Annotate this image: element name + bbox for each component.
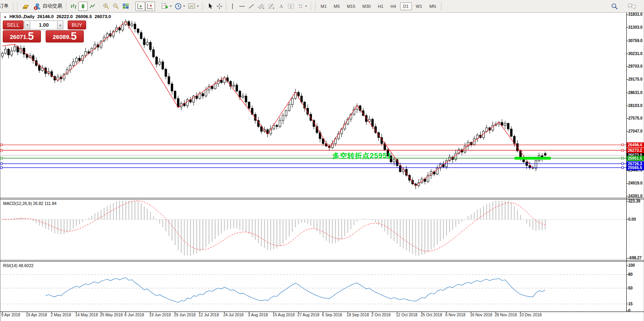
candle-body — [72, 62, 74, 65]
timeframe-m1[interactable]: M1 — [317, 2, 330, 10]
timeframe-w1[interactable]: W1 — [413, 2, 426, 10]
chart-shift-button[interactable] — [145, 2, 155, 11]
macd-label: MACD(12,26,9) 26.82 111.84 — [3, 201, 57, 206]
timeframe-m5[interactable]: M5 — [330, 2, 343, 10]
macd-tick-label: -698.27 — [628, 256, 642, 260]
dropdown-caret[interactable]: ▾ — [183, 4, 185, 8]
trendline-tool[interactable] — [247, 2, 256, 11]
resistance-line-1[interactable] — [0, 144, 626, 146]
zoom-in-button[interactable] — [101, 2, 111, 11]
line-handle[interactable] — [622, 149, 624, 151]
chat-icon — [627, 3, 636, 10]
buy-price-button[interactable]: 26089.5 — [46, 30, 84, 42]
rsi-label: RSI(14) 48.6022 — [3, 263, 33, 268]
support-line-1[interactable] — [0, 163, 626, 165]
toolbar-separator — [441, 2, 441, 11]
vertical-line-tool[interactable] — [228, 2, 237, 11]
timeframe-h4[interactable]: H4 — [388, 2, 399, 10]
candle-body — [248, 102, 250, 109]
line-handle[interactable] — [0, 163, 2, 165]
line-handle[interactable] — [0, 167, 2, 169]
volume-input[interactable] — [30, 20, 57, 30]
chart-title: ▲ HK50-,Daily 26146.0 26222.0 26006.5 26… — [4, 14, 111, 19]
candle-body — [544, 153, 546, 155]
line-handle[interactable] — [622, 144, 624, 146]
toolbar-grip[interactable] — [310, 2, 312, 10]
cursor-button[interactable] — [205, 2, 215, 11]
candle-body — [236, 85, 238, 91]
buy-button[interactable]: BUY — [68, 20, 86, 30]
sell-price-button[interactable]: 26071.5 — [3, 30, 41, 42]
pivot-annotation-text[interactable]: 多空转折点25951 — [332, 151, 391, 160]
candle-body — [156, 57, 158, 65]
toolbar-grip[interactable] — [17, 2, 18, 10]
chat-button[interactable] — [626, 2, 638, 11]
timeframe-group: M1M5M15M30H1H4D1W1MN — [317, 2, 439, 10]
candle-body — [288, 105, 290, 111]
candle-body — [140, 33, 142, 39]
toolbar-separator — [315, 2, 316, 11]
bar-chart-button[interactable] — [69, 2, 78, 11]
new-order-button[interactable]: 订单 — [0, 2, 11, 11]
arrows-tool[interactable]: ▾ — [296, 2, 308, 11]
horizontal-line-tool[interactable] — [237, 2, 247, 11]
candle-body — [153, 50, 155, 57]
search-button[interactable] — [609, 2, 620, 11]
collapse-panel-icon[interactable]: ▲ — [4, 15, 7, 18]
macd-name: MACD(12,26,9) — [3, 201, 32, 206]
text-tool[interactable]: A — [277, 2, 286, 11]
fibonacci-tool[interactable]: F — [266, 2, 277, 11]
auto-scroll-icon — [137, 3, 144, 9]
dropdown-caret[interactable]: ▾ — [197, 4, 199, 8]
timeframe-d1[interactable]: D1 — [400, 2, 412, 10]
line-handle[interactable] — [622, 157, 624, 159]
tile-windows-button[interactable] — [121, 2, 131, 11]
resistance-line-2[interactable] — [0, 149, 626, 151]
crosshair-button[interactable] — [215, 2, 224, 11]
date-tick-label: 25 Oct 2018 — [421, 313, 442, 317]
volume-decrease-button[interactable]: ▼ — [24, 20, 31, 30]
toolbar-grip[interactable] — [202, 2, 204, 10]
indicators-button[interactable]: ▾ — [160, 2, 173, 11]
line-handle[interactable] — [622, 163, 624, 165]
chart-area[interactable] — [0, 0, 644, 321]
line-handle[interactable] — [622, 167, 624, 169]
indicators-icon — [161, 3, 168, 9]
timeframe-m30[interactable]: M30 — [359, 2, 374, 10]
candle-body — [159, 62, 161, 64]
equidistant-channel-tool[interactable]: E — [256, 2, 266, 11]
candle-body — [85, 52, 87, 56]
line-handle[interactable] — [0, 144, 2, 146]
templates-button[interactable]: ▾ — [186, 2, 200, 11]
crosshair-icon — [216, 3, 223, 9]
dropdown-caret[interactable]: ▾ — [305, 4, 307, 8]
line-chart-button[interactable] — [88, 2, 97, 11]
line-handle[interactable] — [0, 157, 2, 159]
timeframe-h1[interactable]: H1 — [375, 2, 386, 10]
dropdown-caret[interactable]: ▾ — [170, 4, 172, 8]
text-label-tool[interactable]: T — [286, 2, 296, 11]
line-handle[interactable] — [0, 149, 2, 151]
sell-button[interactable]: SELL — [3, 20, 24, 30]
ohlc-high: 26222.0 — [56, 14, 73, 19]
periods-button[interactable]: ▾ — [173, 2, 186, 11]
gold-bar-icon — [22, 3, 30, 10]
support-line-2-price-label: 25565.5 — [627, 165, 644, 170]
timeframe-mn[interactable]: MN — [426, 2, 439, 10]
candle-body — [214, 84, 216, 89]
zoom-out-button[interactable] — [111, 2, 121, 11]
rsi-tick-label: 0 — [628, 308, 631, 313]
volume-increase-button[interactable]: ▲ — [57, 20, 63, 30]
date-tick-label: 6 Jun 2018 — [125, 313, 144, 317]
gold-bar-icon-button[interactable] — [20, 2, 32, 11]
rsi-line — [46, 278, 545, 303]
pivot-highlight-bar[interactable] — [515, 157, 551, 160]
toolbar-grip[interactable] — [65, 2, 67, 10]
autotrade-button[interactable]: 自动交易 — [32, 2, 64, 11]
candle-body — [171, 84, 173, 91]
auto-scroll-button[interactable] — [135, 2, 145, 11]
search-icon — [611, 3, 618, 10]
pivot-line-price-label: 25951.5 — [627, 156, 644, 161]
candlestick-chart-button[interactable] — [78, 2, 88, 11]
timeframe-m15[interactable]: M15 — [344, 2, 358, 10]
